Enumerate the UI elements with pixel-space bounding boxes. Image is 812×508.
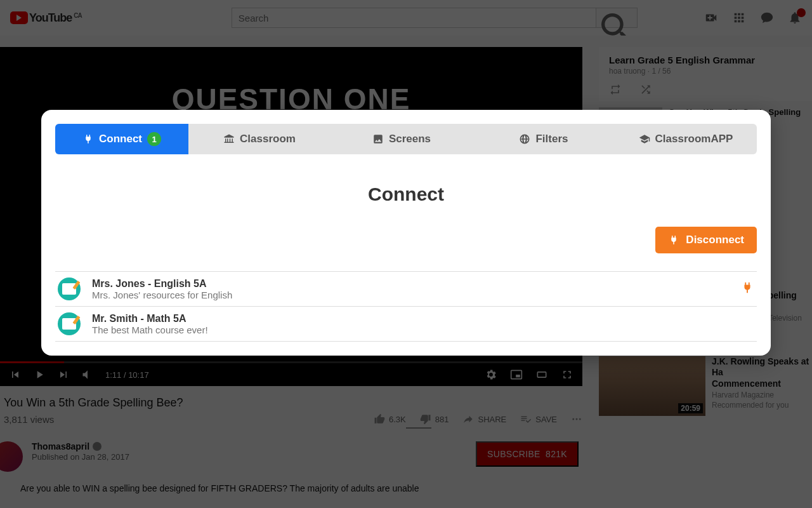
tab-connect[interactable]: Connect 1 <box>55 124 188 154</box>
class-row[interactable]: Mr. Smith - Math 5A The best Math course… <box>55 307 757 342</box>
class-title: Mrs. Jones - English 5A <box>92 278 232 290</box>
tab-label: Filters <box>535 133 568 145</box>
bank-icon <box>223 133 235 145</box>
tab-screens[interactable]: Screens <box>331 124 473 154</box>
class-list: Mrs. Jones - English 5A Mrs. Jones' reso… <box>55 271 757 342</box>
tab-classroom-app[interactable]: ClassroomAPP <box>615 124 757 154</box>
tab-label: Screens <box>389 133 431 145</box>
tab-filters[interactable]: Filters <box>473 124 615 154</box>
image-icon <box>372 133 384 145</box>
tab-label: Classroom <box>240 133 296 145</box>
disconnect-label: Disconnect <box>686 234 744 246</box>
tab-label: ClassroomAPP <box>655 133 733 145</box>
plug-icon <box>668 234 679 246</box>
class-row[interactable]: Mrs. Jones - English 5A Mrs. Jones' reso… <box>55 272 757 307</box>
modal-tabs: Connect 1 Classroom Screens Filters Clas… <box>55 124 757 154</box>
disconnect-button[interactable]: Disconnect <box>655 227 757 253</box>
plug-icon <box>82 133 94 145</box>
class-icon <box>58 277 81 300</box>
class-desc: The best Math course ever! <box>92 324 208 335</box>
class-title: Mr. Smith - Math 5A <box>92 313 208 324</box>
connected-plug-icon[interactable] <box>740 280 754 298</box>
class-icon <box>58 312 81 335</box>
modal-heading: Connect <box>55 184 757 205</box>
tab-label: Connect <box>99 133 142 145</box>
tab-classroom[interactable]: Classroom <box>188 124 331 154</box>
class-desc: Mrs. Jones' resources for English <box>92 290 232 300</box>
connect-modal: Connect 1 Classroom Screens Filters Clas… <box>41 110 771 356</box>
connect-count-badge: 1 <box>147 132 161 146</box>
gradcap-icon <box>639 133 650 145</box>
globe-icon <box>519 133 530 145</box>
